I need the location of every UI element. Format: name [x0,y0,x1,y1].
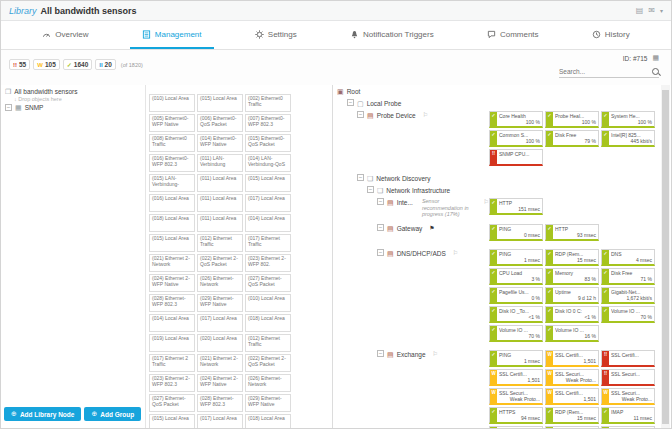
sensor-chip[interactable]: ✓Volume IO ...16 % [545,325,599,342]
sensor-chip[interactable]: ✓Volume IO ...70 % [601,306,655,323]
sensor-chip[interactable]: !!SNMP CPU... [489,149,543,166]
sensor-chip[interactable]: !!SSL Securi... [601,369,655,386]
sensor-cell[interactable]: (018) Local Area [245,414,291,429]
sensor-cell[interactable]: (029) Ethernet-WFP Native [197,294,243,312]
sensor-cell[interactable]: (014) LAN-Verbindung-QoS [245,154,291,172]
flag-outline-icon[interactable]: ⚐ [453,249,458,258]
sensor-cell[interactable]: (027) Ethernet-QoS Packet [245,274,291,292]
scrollbar-track[interactable] [661,85,670,428]
sensor-cell[interactable]: (014) Ethernet0-WFP Native [197,134,243,152]
flag-outline-icon[interactable]: ⚐ [423,111,428,120]
sensor-cell[interactable]: (024) Ethernet 2-WFP Native [197,374,243,392]
sensor-chip[interactable]: ✓SMTP [545,426,599,429]
sensor-cell[interactable]: (011) Local Area [197,194,243,212]
sensor-cell[interactable]: (016) Local Area [149,194,195,212]
tree-label[interactable]: DNS/DHCP/ADS [397,249,446,258]
status-filter-err[interactable]: !!55 [9,59,30,70]
sensor-chip[interactable]: ✓DNS4 msec [601,249,655,266]
sensor-cell[interactable]: (026) Ethernet-Network [197,274,243,292]
sensor-chip[interactable]: ✓Memory83 % [545,268,599,285]
sensor-chip[interactable]: ✓Disk IO _To...<1 % [489,306,543,323]
sensor-cell[interactable]: (014) Local Area [149,314,195,332]
sensor-chip[interactable]: ✓IMAP11 msec [601,407,655,424]
status-filter-paused[interactable]: II20 [95,59,116,70]
tree-label[interactable]: Network Infrastructure [386,186,450,195]
new-report-icon[interactable]: ▤ [636,6,644,15]
sensor-chip[interactable]: ✓Disk Free71 % [601,268,655,285]
sensor-cell[interactable]: (017) Local Area [197,414,243,429]
sensor-chip[interactable]: WSSL Securi...Weak Proto... [601,388,655,405]
sensor-cell[interactable]: (006) Ethernet0-QoS Packet [197,114,243,132]
tab-overview[interactable]: Overview [30,21,100,49]
sensor-cell[interactable]: (017) Ethernet Traffic [245,234,291,252]
sensor-cell[interactable]: (008) Ethernet0 Traffic [149,134,195,152]
expander-icon[interactable]: − [357,111,364,118]
sensor-chip[interactable]: WSSL Certifi...1,501 [545,388,599,405]
status-filter-warn[interactable]: W105 [33,59,60,70]
sensor-chip[interactable]: ✓Intel[R] 825...445 kbit/s [601,130,655,147]
sensor-cell[interactable]: (012) Ethernet Traffic [245,334,291,352]
sensor-cell[interactable]: (015) Ethernet0-QoS Packet [245,134,291,152]
sensor-cell[interactable]: (014) Local Area [245,214,291,232]
tab-history[interactable]: History [580,21,642,49]
sensor-chip[interactable]: ✓HTTP93 msec [545,224,599,241]
flag-filled-icon[interactable]: ⚑ [429,224,434,233]
sensor-cell[interactable]: (022) Ethernet 2-QoS Packet [197,254,243,272]
sensor-chip[interactable]: ✓HTTP151 msec [489,198,543,215]
sensor-cell[interactable]: (002) Ethernet0 Traffic [245,94,291,112]
sensor-cell[interactable]: (020) Local Area [197,334,243,352]
search-box[interactable] [559,68,659,78]
flag-outline-icon[interactable]: ⚐ [433,350,438,359]
sensor-chip[interactable]: ✓Volume IO ...70 % [489,325,543,342]
sensor-cell[interactable]: (005) Ethernet0-WFP Native [149,114,195,132]
sensor-cell[interactable]: (015) Local Area [149,234,195,252]
sensor-cell[interactable]: (010) Local Area [149,94,195,112]
sensor-cell[interactable]: (023) Ethernet 2-WFP 802. [245,254,291,272]
qr-icon[interactable]: ▦ [652,54,659,62]
sensor-chip[interactable]: ✓RDP (Rem...15 msec [545,407,599,424]
sensor-cell[interactable]: (016) Ethernet0-WFP 802.3 [149,154,195,172]
sensor-cell[interactable]: (017) Local Area [245,194,291,212]
sensor-cell[interactable]: (015) LAN-Verbindung- [149,174,195,192]
sensor-chip[interactable]: WSSL Certifi...1,501 [545,350,599,367]
sensor-chip[interactable]: ✓PING1 msec [489,249,543,266]
sensor-chip[interactable]: ✓Probe Heal...100 % [545,111,599,128]
expander-icon[interactable]: − [377,350,384,357]
tree-label[interactable]: Root [347,87,361,96]
sensor-cell[interactable]: (022) Ethernet 2-QoS Packet [245,354,291,372]
tree-label[interactable]: Exchange [397,350,426,359]
sensor-chip[interactable]: ✓Core Health100 % [489,111,543,128]
expander-icon[interactable]: − [377,249,384,256]
expander-icon[interactable]: − [377,198,384,205]
scrollbar-thumb[interactable] [662,90,669,424]
dropdown-arrow-icon[interactable]: ▾ [660,7,663,14]
tab-management[interactable]: Management [130,21,214,49]
status-filter-ok[interactable]: ✓1640 [63,59,93,70]
sensor-cell[interactable]: (029) Ethernet-WFP Native [245,394,291,412]
tree-label[interactable]: Inte... [397,198,413,207]
sensor-chip[interactable]: ✓PING1 msec [489,350,543,367]
sensor-cell[interactable]: (010) Local Area [245,294,291,312]
expander-icon[interactable]: − [377,224,384,231]
sensor-chip[interactable]: ✓POP3 [489,426,543,429]
search-icon[interactable] [652,68,659,75]
expander-icon[interactable]: − [347,99,354,106]
sensor-chip[interactable]: ✓RDP (Rem...15 msec [545,249,599,266]
sensor-chip[interactable]: ✓Common S...100 % [489,130,543,147]
add-library-node-button[interactable]: ⊕ Add Library Node [4,407,81,421]
sensor-cell[interactable]: (019) Local Area [149,334,195,352]
tree-label[interactable]: Probe Device [377,111,416,120]
sensor-chip[interactable]: WSSL Certifi...1,501 [489,369,543,386]
sensor-chip[interactable]: ✓HTTPS94 msec [489,407,543,424]
tree-label[interactable]: Network Discovery [376,174,430,183]
tree-label[interactable]: Gateway [397,224,423,233]
sensor-chip[interactable]: ✓Disk Free79 % [545,130,599,147]
sensor-cell[interactable]: (015) Local Area [149,414,195,429]
tree-label[interactable]: Local Probe [367,99,402,108]
tab-notification-triggers[interactable]: Notification Triggers [338,21,446,49]
sensor-chip[interactable]: ✓Disk IO 0 C:<1 % [545,306,599,323]
sensor-cell[interactable]: (012) Ethernet Traffic [197,234,243,252]
sensor-cell[interactable]: (027) Ethernet-QoS Packet [149,394,195,412]
sensor-cell[interactable]: (007) Ethernet0-WFP 802.3 [245,114,291,132]
sensor-chip[interactable]: ✓Uptime9 d 12 h [545,287,599,304]
